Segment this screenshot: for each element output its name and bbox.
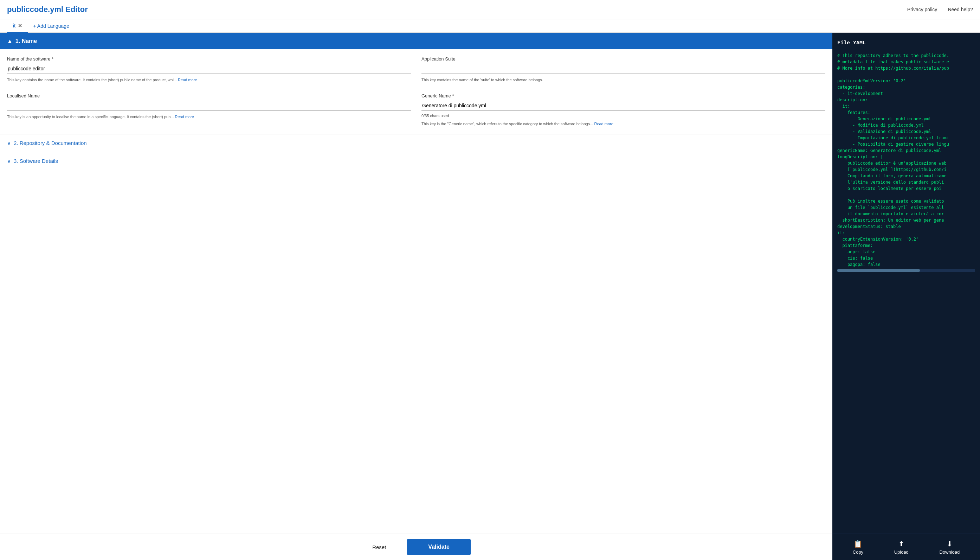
add-language-tab[interactable]: + Add Language [28, 20, 75, 32]
application-suite-input[interactable] [422, 64, 826, 74]
left-panel: ▲ 1. Name Name of the software * This ke… [0, 33, 832, 560]
header-nav: Privacy policy Need help? [907, 7, 973, 12]
application-suite-label: Application Suite [422, 56, 826, 62]
main-content: ▲ 1. Name Name of the software * This ke… [0, 33, 980, 560]
localised-name-desc: This key is an opportunity to localise t… [7, 114, 411, 120]
header: publiccode.yml Editor Privacy policy Nee… [0, 0, 980, 19]
section-name-icon: ▲ [7, 38, 13, 44]
name-section-form: Name of the software * This key contains… [0, 49, 832, 134]
tab-it-close[interactable]: ✕ [18, 23, 22, 28]
name-of-software-input[interactable] [7, 64, 411, 74]
name-of-software-desc: This key contains the name of the softwa… [7, 77, 411, 83]
localised-name-label: Localised Name [7, 93, 411, 98]
copy-icon: 📋 [854, 540, 862, 548]
yaml-horizontal-scrollbar[interactable] [837, 269, 975, 272]
application-suite-desc: This key contains the name of the 'suite… [422, 77, 826, 83]
generic-name-field: Generic Name * 0/35 chars used This key … [422, 93, 826, 127]
generic-name-read-more[interactable]: Read more [594, 122, 613, 126]
yaml-actions: 📋 Copy ⬆ Upload ⬇ Download [832, 533, 980, 560]
download-button[interactable]: ⬇ Download [939, 540, 960, 555]
need-help-link[interactable]: Need help? [948, 7, 973, 12]
section-software-header[interactable]: ∨ 3. Software Details [0, 152, 832, 170]
validate-button[interactable]: Validate [407, 539, 470, 555]
name-of-software-field: Name of the software * This key contains… [7, 56, 411, 83]
name-form-grid: Name of the software * This key contains… [7, 56, 826, 127]
reset-button[interactable]: Reset [362, 541, 397, 554]
section-name-header[interactable]: ▲ 1. Name [0, 33, 832, 49]
generic-name-input[interactable] [422, 101, 826, 111]
copy-button[interactable]: 📋 Copy [853, 540, 863, 555]
section-software-label: 3. Software Details [14, 158, 58, 164]
application-suite-field: Application Suite This key contains the … [422, 56, 826, 83]
generic-name-char-count: 0/35 chars used [422, 113, 826, 118]
section-software-icon: ∨ [7, 158, 11, 164]
section-repo-icon: ∨ [7, 140, 11, 146]
tab-it-label: it [13, 23, 16, 28]
privacy-policy-link[interactable]: Privacy policy [907, 7, 937, 12]
yaml-content: # This repository adheres to the publicc… [837, 52, 975, 268]
download-icon: ⬇ [947, 540, 953, 548]
section-repo-header[interactable]: ∨ 2. Repository & Documentation [0, 134, 832, 152]
localised-name-read-more[interactable]: Read more [175, 115, 194, 119]
generic-name-desc: This key is the "Generic name", which re… [422, 122, 826, 127]
section-name-label: 1. Name [15, 38, 37, 44]
section-repo-label: 2. Repository & Documentation [14, 140, 87, 146]
localised-name-input[interactable] [7, 101, 411, 111]
upload-icon: ⬆ [899, 540, 904, 548]
tab-it[interactable]: it ✕ [7, 19, 28, 33]
bottom-left-actions: Reset Validate [0, 533, 832, 560]
yaml-scrollbar-thumb[interactable] [837, 269, 920, 272]
yaml-panel: File YAML # This repository adheres to t… [832, 33, 980, 560]
upload-button[interactable]: ⬆ Upload [894, 540, 909, 555]
tabs-bar: it ✕ + Add Language [0, 19, 980, 33]
localised-name-field: Localised Name This key is an opportunit… [7, 93, 411, 127]
name-of-software-label: Name of the software * [7, 56, 411, 62]
generic-name-label: Generic Name * [422, 93, 826, 98]
yaml-panel-title: File YAML [837, 37, 975, 48]
name-of-software-read-more[interactable]: Read more [178, 78, 197, 82]
bottom-bar: Reset Validate 📋 Copy ⬆ Upload ⬇ Downloa… [0, 533, 980, 560]
app-title: publiccode.yml Editor [7, 5, 88, 14]
